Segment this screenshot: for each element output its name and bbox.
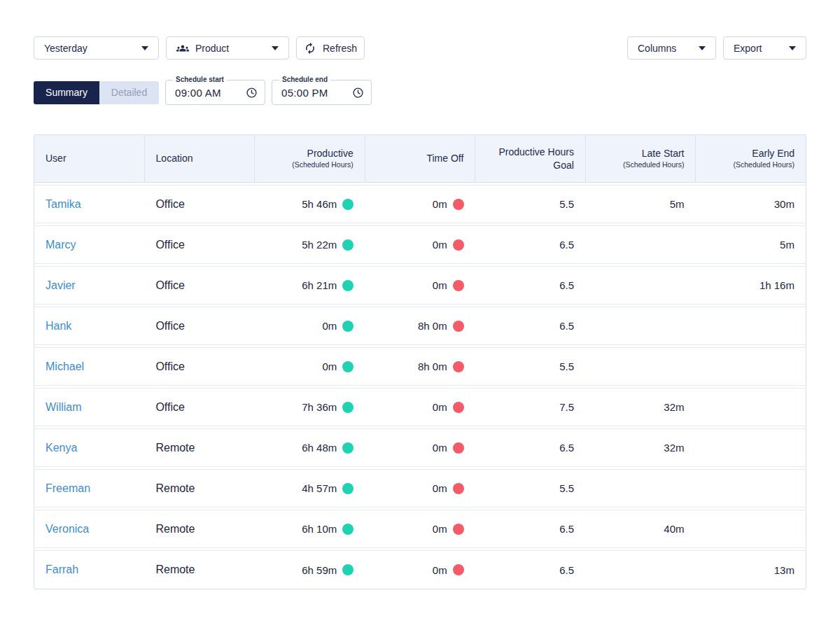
team-value: Product bbox=[195, 43, 265, 54]
productive-status-dot bbox=[342, 199, 354, 210]
productive-status-dot bbox=[342, 564, 354, 575]
user-link[interactable]: Javier bbox=[46, 279, 76, 291]
clock-icon[interactable] bbox=[246, 87, 258, 99]
export-select[interactable]: Export bbox=[723, 36, 806, 59]
time-off-cell: 8h 0m bbox=[365, 320, 475, 332]
user-cell: Veronica bbox=[34, 523, 144, 536]
schedule-start-value: 09:00 AM bbox=[175, 87, 246, 99]
productive-value: 6h 10m bbox=[302, 523, 337, 535]
productive-value: 6h 48m bbox=[302, 442, 337, 454]
column-label: Productive Hours Goal bbox=[486, 146, 574, 171]
user-link[interactable]: Farrah bbox=[46, 564, 78, 575]
clock-icon[interactable] bbox=[352, 87, 364, 99]
date-range-select[interactable]: Yesterday bbox=[34, 36, 159, 59]
early-end-cell: 5m bbox=[696, 239, 806, 251]
column-header[interactable]: Productive Hours Goal bbox=[475, 135, 585, 182]
refresh-button[interactable]: Refresh bbox=[296, 36, 365, 59]
column-header[interactable]: Late Start (Scheduled Hours) bbox=[585, 135, 696, 182]
time-off-value: 0m bbox=[433, 482, 447, 494]
goal-cell: 5.5 bbox=[475, 198, 585, 210]
time-off-status-dot bbox=[453, 402, 464, 413]
time-off-value: 8h 0m bbox=[418, 320, 447, 332]
location-cell: Office bbox=[144, 198, 254, 211]
user-link[interactable]: Kenya bbox=[46, 442, 77, 454]
location-cell: Remote bbox=[144, 523, 254, 536]
late-start-cell: 32m bbox=[585, 401, 695, 413]
column-sublabel: (Scheduled Hours) bbox=[597, 160, 685, 170]
user-link[interactable]: Hank bbox=[46, 320, 71, 332]
column-header[interactable]: Location bbox=[144, 135, 255, 182]
user-cell: Michael bbox=[34, 360, 144, 373]
dashboard-page: Yesterday Product Refresh Columns Export bbox=[0, 0, 840, 589]
time-off-value: 0m bbox=[433, 279, 447, 291]
column-header[interactable]: Time Off bbox=[365, 135, 475, 182]
tab-detailed[interactable]: Detailed bbox=[99, 81, 159, 104]
goal-cell: 5.5 bbox=[475, 482, 585, 494]
time-off-cell: 0m bbox=[365, 523, 475, 535]
table-row: Farrah Remote 6h 59m 0m 6.5 13m bbox=[34, 550, 806, 589]
location-cell: Remote bbox=[144, 442, 254, 454]
user-link[interactable]: Tamika bbox=[46, 198, 81, 210]
schedule-start-input[interactable]: Schedule start 09:00 AM bbox=[165, 80, 265, 105]
productive-cell: 0m bbox=[255, 360, 365, 372]
time-off-cell: 0m bbox=[365, 401, 475, 413]
productive-cell: 6h 10m bbox=[255, 523, 365, 535]
chevron-down-icon bbox=[699, 46, 706, 50]
productive-status-dot bbox=[342, 321, 354, 332]
goal-cell: 5.5 bbox=[475, 360, 585, 372]
goal-cell: 6.5 bbox=[475, 239, 585, 251]
productive-cell: 5h 46m bbox=[255, 198, 365, 210]
columns-label: Columns bbox=[638, 43, 692, 54]
table-row: Tamika Office 5h 46m 0m 5.5 5m 30m bbox=[34, 185, 806, 223]
productive-status-dot bbox=[342, 402, 354, 413]
user-cell: Freeman bbox=[34, 482, 144, 495]
productive-value: 0m bbox=[322, 360, 337, 372]
user-link[interactable]: Freeman bbox=[46, 482, 90, 494]
table-row: Javier Office 6h 21m 0m 6.5 1h 16m bbox=[34, 266, 806, 304]
time-off-cell: 0m bbox=[365, 564, 475, 576]
column-sublabel: (Scheduled Hours) bbox=[707, 160, 794, 170]
goal-cell: 6.5 bbox=[475, 523, 585, 535]
productive-cell: 7h 36m bbox=[255, 401, 365, 413]
productive-value: 4h 57m bbox=[302, 482, 337, 494]
user-cell: Hank bbox=[34, 320, 144, 332]
goal-cell: 6.5 bbox=[475, 279, 585, 291]
user-link[interactable]: Marcy bbox=[46, 239, 76, 251]
productive-value: 6h 59m bbox=[302, 564, 337, 576]
user-cell: Marcy bbox=[34, 239, 144, 251]
time-off-value: 0m bbox=[433, 239, 447, 251]
time-off-cell: 8h 0m bbox=[365, 360, 475, 372]
time-off-cell: 0m bbox=[365, 239, 475, 251]
table-row: William Office 7h 36m 0m 7.5 32m bbox=[34, 388, 806, 426]
goal-cell: 6.5 bbox=[475, 564, 585, 576]
location-cell: Remote bbox=[144, 564, 254, 576]
time-off-value: 0m bbox=[433, 198, 447, 210]
top-toolbar: Yesterday Product Refresh Columns Export bbox=[34, 36, 806, 59]
chevron-down-icon bbox=[272, 46, 279, 50]
view-toggle: Summary Detailed bbox=[34, 81, 159, 104]
column-header[interactable]: Early End (Scheduled Hours) bbox=[695, 135, 806, 182]
tab-summary[interactable]: Summary bbox=[34, 81, 99, 104]
time-off-status-dot bbox=[453, 321, 464, 332]
column-header[interactable]: Productive (Scheduled Hours) bbox=[254, 135, 365, 182]
productive-value: 6h 21m bbox=[302, 279, 337, 291]
column-header[interactable]: User bbox=[34, 135, 144, 182]
chevron-down-icon bbox=[789, 46, 796, 50]
productive-status-dot bbox=[342, 524, 354, 535]
schedule-end-input[interactable]: Schedule end 05:00 PM bbox=[272, 80, 372, 105]
column-sublabel: (Scheduled Hours) bbox=[266, 160, 354, 170]
time-off-status-dot bbox=[453, 361, 464, 372]
goal-cell: 6.5 bbox=[475, 442, 585, 454]
user-link[interactable]: William bbox=[46, 401, 82, 413]
early-end-cell: 30m bbox=[696, 198, 806, 210]
columns-select[interactable]: Columns bbox=[627, 36, 716, 59]
user-cell: William bbox=[34, 401, 144, 414]
refresh-label: Refresh bbox=[323, 43, 357, 54]
date-range-value: Yesterday bbox=[44, 43, 135, 54]
early-end-cell: 1h 16m bbox=[696, 279, 806, 291]
user-link[interactable]: Michael bbox=[46, 360, 84, 372]
time-off-status-dot bbox=[453, 199, 464, 210]
team-select[interactable]: Product bbox=[166, 36, 289, 59]
user-cell: Kenya bbox=[34, 442, 144, 454]
user-link[interactable]: Veronica bbox=[46, 523, 89, 535]
